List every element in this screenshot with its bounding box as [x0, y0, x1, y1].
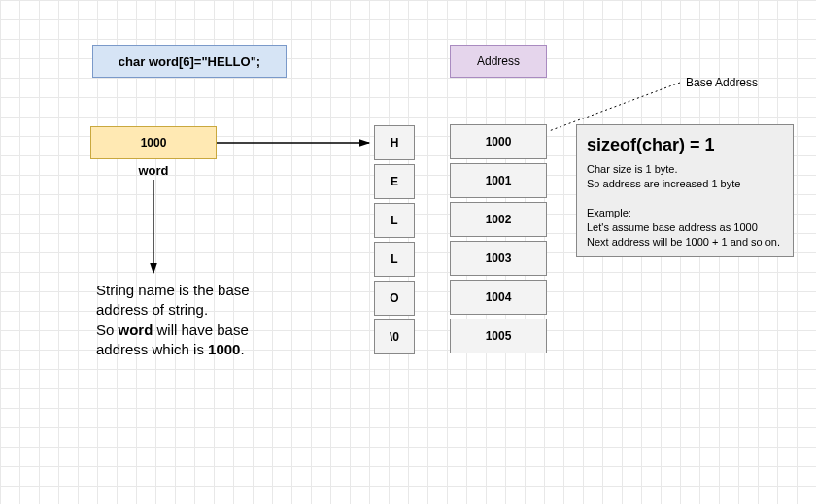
text: String name is the base address of strin…: [96, 282, 250, 318]
char-cell: \0: [374, 319, 415, 354]
addr-cell: 1002: [450, 202, 547, 237]
char-cell: L: [374, 242, 415, 277]
text: .: [240, 341, 244, 357]
address-header-text: Address: [477, 54, 520, 68]
explain-line: So address are increased 1 byte: [587, 177, 783, 191]
addr-cell: 1004: [450, 280, 547, 315]
explain-example-line: Let's assume base address as 1000: [587, 220, 783, 235]
sizeof-title: sizeof(char) = 1: [587, 133, 783, 156]
text-bold: 1000: [208, 341, 240, 357]
address-header: Address: [450, 45, 547, 78]
address-column: 1000 1001 1002 1003 1004 1005: [450, 124, 547, 357]
variable-name-label: word: [90, 163, 217, 178]
char-cell: E: [374, 164, 415, 199]
string-explanation: String name is the base address of strin…: [96, 281, 286, 359]
char-cell: O: [374, 281, 415, 316]
declaration-box: char word[6]="HELLO";: [92, 45, 287, 78]
char-cell: H: [374, 125, 415, 160]
text: So: [96, 321, 119, 338]
declaration-text: char word[6]="HELLO";: [119, 54, 260, 69]
explain-example-line: Next address will be 1000 + 1 and so on.: [587, 235, 783, 250]
base-address-value: 1000: [141, 136, 167, 150]
base-address-box: 1000: [90, 126, 217, 159]
explain-line: Char size is 1 byte.: [587, 162, 783, 177]
addr-cell: 1005: [450, 319, 547, 353]
addr-cell: 1000: [450, 124, 547, 159]
explain-example-head: Example:: [587, 206, 783, 220]
char-column: H E L L O \0: [374, 125, 415, 358]
text-bold: word: [119, 321, 153, 338]
base-address-label: Base Address: [686, 76, 758, 89]
addr-cell: 1003: [450, 241, 547, 276]
sizeof-explain-box: sizeof(char) = 1 Char size is 1 byte. So…: [576, 124, 794, 257]
char-cell: L: [374, 203, 415, 238]
addr-cell: 1001: [450, 163, 547, 198]
